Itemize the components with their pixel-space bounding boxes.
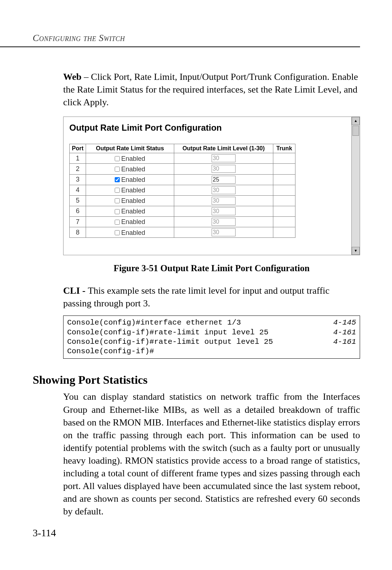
- enabled-checkbox[interactable]: [115, 220, 120, 225]
- page: Configuring the Switch Web – Click Port,…: [0, 0, 392, 570]
- cell-level: [174, 164, 273, 174]
- cell-level: [174, 153, 273, 164]
- config-panel: Output Rate Limit Port Configuration Por…: [63, 117, 360, 255]
- cli-output-box: Console(config)#interface ethernet 1/34-…: [63, 315, 360, 359]
- level-input[interactable]: [212, 207, 236, 215]
- cli-command: Console(config-if)#: [67, 347, 154, 356]
- cli-page-ref: 4-145: [333, 318, 356, 327]
- enabled-label: Enabled: [121, 208, 145, 215]
- cli-line: Console(config-if)#rate-limit output lev…: [67, 337, 356, 347]
- cell-status: Enabled: [86, 185, 174, 195]
- cell-port: 4: [70, 185, 86, 195]
- panel-title: Output Rate Limit Port Configuration: [69, 123, 346, 133]
- figure-caption: Figure 3-51 Output Rate Limit Port Confi…: [63, 263, 360, 273]
- enabled-checkbox[interactable]: [115, 188, 120, 193]
- cell-status: Enabled: [86, 195, 174, 206]
- page-number: 3-114: [33, 527, 56, 539]
- cell-port: 2: [70, 164, 86, 174]
- table-row: 1Enabled: [70, 153, 295, 164]
- enabled-checkbox[interactable]: [115, 230, 120, 235]
- enabled-label: Enabled: [121, 155, 145, 162]
- cell-status: Enabled: [86, 153, 174, 164]
- level-input[interactable]: [212, 165, 236, 173]
- cell-trunk: [273, 195, 295, 206]
- cell-trunk: [273, 164, 295, 174]
- scroll-up-button[interactable]: ▴: [352, 117, 360, 125]
- level-input[interactable]: [212, 228, 236, 236]
- rate-limit-table: Port Output Rate Limit Status Output Rat…: [69, 144, 295, 238]
- table-row: 6Enabled: [70, 206, 295, 216]
- cell-level: [174, 174, 273, 185]
- table-header-row: Port Output Rate Limit Status Output Rat…: [70, 144, 295, 153]
- cli-page-ref: 4-161: [333, 337, 356, 347]
- cli-page-ref: 4-161: [333, 328, 356, 337]
- enabled-checkbox[interactable]: [115, 209, 120, 214]
- cell-status: Enabled: [86, 217, 174, 227]
- col-port: Port: [70, 144, 86, 153]
- level-input[interactable]: [212, 176, 236, 184]
- table-row: 5Enabled: [70, 195, 295, 206]
- cell-port: 1: [70, 153, 86, 164]
- level-input[interactable]: [212, 186, 236, 194]
- table-row: 8Enabled: [70, 227, 295, 238]
- cli-command: Console(config-if)#rate-limit output lev…: [67, 337, 273, 347]
- enabled-label: Enabled: [121, 166, 145, 173]
- col-level: Output Rate Limit Level (1-30): [174, 144, 273, 153]
- cli-prefix: CLI -: [63, 285, 88, 296]
- enabled-checkbox[interactable]: [115, 167, 120, 172]
- scroll-thumb[interactable]: [352, 126, 359, 136]
- level-input[interactable]: [212, 218, 236, 226]
- vertical-scrollbar[interactable]: ▴ ▾: [351, 117, 360, 255]
- cell-trunk: [273, 153, 295, 164]
- enabled-label: Enabled: [121, 218, 145, 225]
- config-panel-inner: Output Rate Limit Port Configuration Por…: [64, 117, 352, 255]
- web-prefix: Web: [63, 72, 82, 82]
- cell-port: 8: [70, 227, 86, 238]
- cell-port: 7: [70, 217, 86, 227]
- cell-status: Enabled: [86, 174, 174, 185]
- enabled-label: Enabled: [121, 187, 145, 194]
- cli-line: Console(config-if)#: [67, 347, 356, 356]
- enabled-label: Enabled: [121, 229, 145, 236]
- level-input[interactable]: [212, 197, 236, 205]
- cell-port: 6: [70, 206, 86, 216]
- level-input[interactable]: [212, 154, 236, 162]
- cli-intro-text: This example sets the rate limit level f…: [63, 285, 330, 309]
- cell-level: [174, 206, 273, 216]
- section-body: You can display standard statistics on n…: [63, 390, 360, 518]
- table-row: 7Enabled: [70, 217, 295, 227]
- cell-trunk: [273, 185, 295, 195]
- cell-level: [174, 217, 273, 227]
- running-head: Configuring the Switch: [0, 33, 360, 47]
- cell-status: Enabled: [86, 206, 174, 216]
- cell-level: [174, 185, 273, 195]
- cell-trunk: [273, 217, 295, 227]
- enabled-checkbox[interactable]: [115, 156, 120, 161]
- enabled-checkbox[interactable]: [115, 177, 120, 182]
- web-intro-paragraph: Web – Click Port, Rate Limit, Input/Outp…: [63, 70, 360, 109]
- web-intro-text: – Click Port, Rate Limit, Input/Output P…: [63, 72, 358, 107]
- cell-port: 5: [70, 195, 86, 206]
- cell-trunk: [273, 227, 295, 238]
- enabled-checkbox[interactable]: [115, 198, 120, 203]
- cli-intro-paragraph: CLI - This example sets the rate limit l…: [63, 284, 360, 310]
- scroll-down-button[interactable]: ▾: [352, 247, 360, 255]
- cell-port: 3: [70, 174, 86, 185]
- cell-trunk: [273, 174, 295, 185]
- table-row: 3Enabled: [70, 174, 295, 185]
- table-row: 4Enabled: [70, 185, 295, 195]
- section-heading: Showing Port Statistics: [33, 373, 360, 387]
- cell-status: Enabled: [86, 164, 174, 174]
- cell-level: [174, 195, 273, 206]
- cli-command: Console(config-if)#rate-limit input leve…: [67, 328, 269, 337]
- enabled-label: Enabled: [121, 176, 145, 183]
- col-status: Output Rate Limit Status: [86, 144, 174, 153]
- cell-trunk: [273, 206, 295, 216]
- cli-line: Console(config)#interface ethernet 1/34-…: [67, 318, 356, 327]
- cli-command: Console(config)#interface ethernet 1/3: [67, 318, 241, 327]
- table-row: 2Enabled: [70, 164, 295, 174]
- cell-level: [174, 227, 273, 238]
- cli-line: Console(config-if)#rate-limit input leve…: [67, 328, 356, 337]
- col-trunk: Trunk: [273, 144, 295, 153]
- figure-container: Output Rate Limit Port Configuration Por…: [63, 117, 360, 255]
